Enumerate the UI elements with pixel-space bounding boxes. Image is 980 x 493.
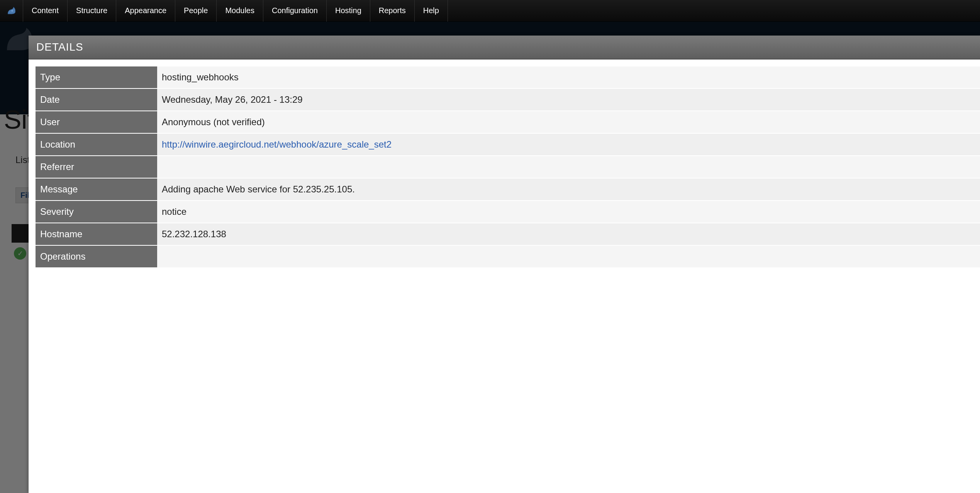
drupal-logo-icon[interactable]: [0, 0, 23, 22]
admin-toolbar: Content Structure Appearance People Modu…: [0, 0, 980, 22]
svg-point-0: [11, 10, 13, 12]
toolbar-item-modules[interactable]: Modules: [217, 0, 263, 22]
toolbar-item-people[interactable]: People: [175, 0, 217, 22]
toolbar-item-help[interactable]: Help: [415, 0, 448, 22]
toolbar-item-content[interactable]: Content: [23, 0, 68, 22]
toolbar-item-structure[interactable]: Structure: [68, 0, 116, 22]
toolbar-item-appearance[interactable]: Appearance: [116, 0, 175, 22]
wave-icon: [6, 6, 17, 16]
toolbar-item-hosting[interactable]: Hosting: [327, 0, 370, 22]
toolbar-item-configuration[interactable]: Configuration: [263, 0, 327, 22]
toolbar-item-reports[interactable]: Reports: [370, 0, 415, 22]
